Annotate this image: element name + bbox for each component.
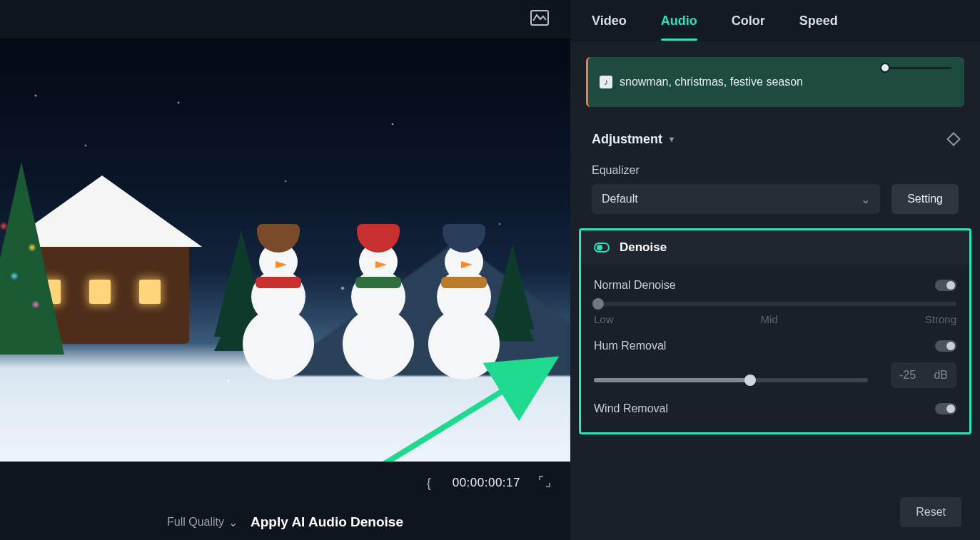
music-icon: ♪ (600, 76, 612, 88)
keyframe-button[interactable] (946, 132, 961, 146)
tab-color[interactable]: Color (732, 2, 765, 40)
expand-icon[interactable] (537, 474, 552, 491)
playback-quality-dropdown[interactable]: Full Quality ⌄ (167, 516, 238, 529)
wind-removal-label: Wind Removal (594, 402, 668, 415)
scene-snowman (236, 237, 321, 379)
scene-snowman (421, 237, 507, 379)
normal-denoise-label: Normal Denoise (594, 279, 676, 292)
panel-footer: Reset (570, 484, 980, 540)
hum-removal-toggle[interactable] (935, 340, 956, 352)
tab-audio[interactable]: Audio (661, 2, 697, 40)
scopes-icon[interactable] (530, 10, 549, 29)
section-adjustment-label: Adjustment (592, 132, 662, 147)
legend-mid: Mid (761, 313, 778, 325)
panel-body: ♪ snowman, christmas, festive season Adj… (570, 41, 980, 484)
equalizer-setting-button[interactable]: Setting (891, 184, 959, 214)
section-adjustment-header[interactable]: Adjustment ▾ (570, 124, 980, 154)
tab-video[interactable]: Video (592, 2, 627, 40)
denoise-enable-toggle[interactable] (594, 243, 610, 253)
video-preview[interactable] (0, 39, 570, 462)
scene-christmas-tree (0, 162, 64, 355)
equalizer-select[interactable]: Default ⌄ (592, 184, 880, 214)
preview-footer: Full Quality ⌄ Apply AI Audio Denoise (0, 504, 570, 540)
preview-controls: { 00:00:00:17 (0, 462, 570, 504)
clip-volume-slider[interactable] (880, 64, 951, 71)
hum-removal-slider[interactable] (594, 378, 868, 382)
legend-low: Low (594, 313, 614, 325)
hum-value: -25 (899, 369, 916, 382)
equalizer-field: Equalizer Default ⌄ Setting (570, 154, 980, 214)
equalizer-label: Equalizer (592, 164, 959, 177)
hum-removal-readout[interactable]: -25 dB (891, 362, 956, 388)
denoise-header[interactable]: Denoise (581, 230, 969, 265)
mark-in-button[interactable]: { (423, 476, 435, 491)
legend-strong: Strong (925, 313, 956, 325)
wind-removal-field: Wind Removal (581, 388, 969, 415)
reset-button[interactable]: Reset (900, 497, 961, 527)
chevron-down-icon: ▾ (670, 134, 674, 144)
tutorial-caption: Apply AI Audio Denoise (251, 514, 403, 530)
equalizer-value: Default (602, 193, 638, 205)
normal-denoise-field: Normal Denoise Low Mid Strong (581, 265, 969, 325)
timecode-display[interactable]: 00:00:00:17 (453, 476, 520, 490)
normal-denoise-legend: Low Mid Strong (594, 313, 956, 325)
denoise-section: Denoise Normal Denoise Low Mid Strong (579, 228, 971, 434)
audio-clip-card[interactable]: ♪ snowman, christmas, festive season (586, 57, 964, 107)
normal-denoise-slider[interactable] (594, 302, 956, 306)
scene-snowman (335, 237, 421, 379)
panel-tabs: Video Audio Color Speed (570, 0, 980, 41)
preview-header (0, 0, 570, 39)
normal-denoise-toggle[interactable] (935, 280, 956, 291)
playback-quality-label: Full Quality (167, 516, 224, 529)
tab-speed[interactable]: Speed (799, 2, 838, 40)
preview-pane: { 00:00:00:17 Full Quality ⌄ Apply AI Au… (0, 0, 570, 540)
properties-panel: Video Audio Color Speed ♪ snowman, chris… (570, 0, 980, 540)
audio-clip-title: snowman, christmas, festive season (620, 76, 803, 88)
chevron-down-icon: ⌄ (228, 516, 238, 529)
denoise-title: Denoise (620, 240, 667, 255)
hum-unit: dB (934, 369, 948, 382)
hum-removal-field: Hum Removal -25 dB (581, 325, 969, 388)
wind-removal-toggle[interactable] (935, 403, 956, 414)
hum-removal-label: Hum Removal (594, 340, 666, 352)
chevron-down-icon: ⌄ (861, 193, 870, 206)
svg-line-1 (359, 365, 545, 462)
